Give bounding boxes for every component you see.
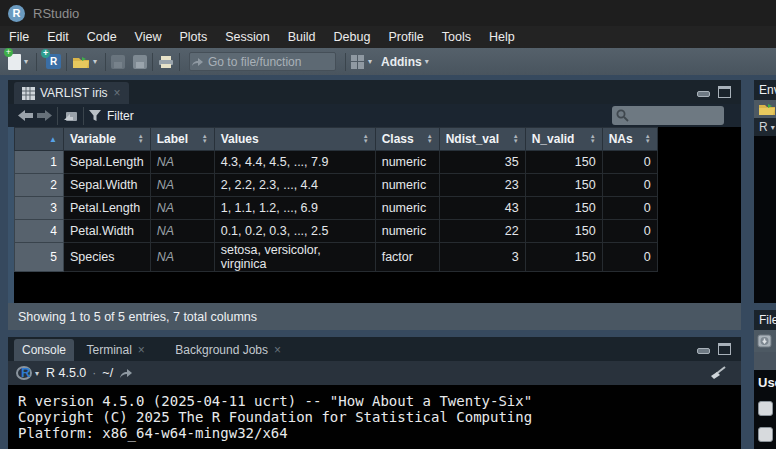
table-row[interactable]: 1 Sepal.Length NA 4.3, 4.4, 4.5, ..., 7.… — [15, 151, 658, 174]
addins-caret-icon[interactable]: ▾ — [425, 57, 429, 66]
menu-tools[interactable]: Tools — [433, 26, 480, 48]
tab-terminal[interactable]: Terminal × — [78, 339, 152, 361]
open-file-caret-icon[interactable]: ▾ — [93, 57, 97, 66]
viewer-tab-close-icon[interactable]: × — [114, 86, 121, 100]
print-icon[interactable] — [158, 52, 174, 72]
cell-class: factor — [375, 243, 439, 272]
r-version-caret-icon[interactable]: ▾ — [35, 369, 39, 378]
new-file-caret-icon[interactable]: ▾ — [24, 57, 28, 66]
tab-environment[interactable]: Environment — [754, 83, 776, 97]
import-dataset-folder-icon[interactable] — [758, 102, 776, 116]
minimize-pane-icon[interactable] — [697, 91, 710, 97]
header-nas[interactable]: NAs▲▼ — [602, 128, 657, 151]
table-row[interactable]: 2 Sepal.Width NA 2, 2.2, 2.3, ..., 4.4 n… — [15, 174, 658, 197]
cell-variable: Species — [64, 243, 151, 272]
new-project-icon[interactable]: R — [42, 52, 61, 72]
environment-r-selector[interactable]: R ▾ — [754, 118, 776, 136]
tab-varlist-iris[interactable]: VARLIST iris × — [14, 82, 129, 104]
clear-console-broom-icon[interactable] — [709, 366, 727, 380]
filter-button[interactable]: Filter — [107, 109, 134, 123]
menu-debug[interactable]: Debug — [325, 26, 380, 48]
menu-edit[interactable]: Edit — [38, 26, 78, 48]
terminal-tab-close-icon[interactable]: × — [138, 343, 145, 357]
cell-nvalid: 150 — [525, 151, 602, 174]
files-tab-strip: Files — [754, 310, 776, 330]
table-row[interactable]: 4 Petal.Width NA 0.1, 0.2, 0.3, ..., 2.5… — [15, 220, 658, 243]
background-jobs-tab-label: Background Jobs — [175, 343, 268, 357]
files-content: Users — [754, 370, 776, 449]
cell-variable: Sepal.Width — [64, 174, 151, 197]
menu-session[interactable]: Session — [216, 26, 278, 48]
files-path-breadcrumb[interactable]: Users — [758, 375, 776, 390]
tab-console[interactable]: Console — [14, 339, 74, 361]
viewer-search-input[interactable] — [612, 106, 724, 125]
menu-view[interactable]: View — [126, 26, 171, 48]
back-arrow-icon[interactable] — [18, 106, 33, 126]
cell-class: numeric — [375, 197, 439, 220]
maximize-pane-icon[interactable] — [718, 343, 731, 355]
tab-files[interactable]: Files — [754, 313, 776, 327]
header-rownum[interactable]: ▲ — [15, 128, 64, 151]
main-toolbar: ▾ R ▾ Go to file/function ▾ Addins ▾ — [0, 48, 776, 75]
viewer-table-area: ▲ Variable▲▼ Label▲▼ Values▲▼ Class▲▼ Nd… — [8, 127, 741, 303]
addins-button[interactable]: Addins — [381, 55, 422, 69]
sort-icons: ▲▼ — [513, 134, 519, 144]
minimize-pane-icon[interactable] — [697, 348, 710, 354]
save-icon[interactable] — [111, 52, 125, 72]
sort-icons: ▲▼ — [202, 134, 208, 144]
forward-arrow-icon[interactable] — [37, 106, 52, 126]
background-jobs-tab-close-icon[interactable]: × — [274, 343, 281, 357]
tab-background-jobs[interactable]: Background Jobs × — [167, 339, 289, 361]
menu-build[interactable]: Build — [279, 26, 325, 48]
panes-layout-caret-icon[interactable]: ▾ — [368, 57, 372, 66]
cell-class: numeric — [375, 174, 439, 197]
cell-class: numeric — [375, 220, 439, 243]
cell-nvalid: 150 — [525, 174, 602, 197]
cell-label: NA — [150, 151, 214, 174]
save-all-icon[interactable] — [133, 52, 147, 72]
goto-file-function-input[interactable]: Go to file/function — [189, 52, 336, 71]
cell-ndist: 22 — [439, 220, 525, 243]
cell-values: 4.3, 4.4, 4.5, ..., 7.9 — [214, 151, 375, 174]
open-in-new-window-icon[interactable] — [63, 106, 78, 126]
maximize-pane-icon[interactable] — [718, 86, 731, 98]
environment-toolbar — [754, 100, 776, 118]
cell-values: setosa, versicolor, virginica — [214, 243, 375, 272]
cell-nvalid: 150 — [525, 220, 602, 243]
cell-ndist: 43 — [439, 197, 525, 220]
cell-variable: Petal.Width — [64, 220, 151, 243]
toolbar-separator — [345, 53, 346, 71]
new-file-icon[interactable] — [0, 52, 21, 72]
goto-arrow-icon — [190, 56, 204, 68]
menu-file[interactable]: File — [0, 26, 38, 48]
header-values[interactable]: Values▲▼ — [214, 128, 375, 151]
menu-help[interactable]: Help — [480, 26, 524, 48]
menu-profile[interactable]: Profile — [379, 26, 432, 48]
menu-code[interactable]: Code — [78, 26, 126, 48]
cell-values: 2, 2.2, 2.3, ..., 4.4 — [214, 174, 375, 197]
header-variable[interactable]: Variable▲▼ — [64, 128, 151, 151]
viewer-tab-label: VARLIST iris — [40, 86, 108, 100]
sort-icons: ▲▼ — [363, 134, 369, 144]
table-row[interactable]: 5 Species NA setosa, versicolor, virgini… — [15, 243, 658, 272]
viewer-toolbar-separator — [57, 107, 58, 125]
file-checkbox[interactable] — [758, 401, 773, 416]
cell-ndist: 3 — [439, 243, 525, 272]
header-class[interactable]: Class▲▼ — [375, 128, 439, 151]
header-ndist-val[interactable]: Ndist_val▲▼ — [439, 128, 525, 151]
console-output[interactable]: R version 4.5.0 (2025-04-11 ucrt) -- "Ho… — [8, 385, 741, 449]
table-row[interactable]: 3 Petal.Length NA 1, 1.1, 1.2, ..., 6.9 … — [15, 197, 658, 220]
cell-variable: Petal.Length — [64, 197, 151, 220]
header-label[interactable]: Label▲▼ — [150, 128, 214, 151]
sort-ascending-icon: ▲ — [49, 135, 57, 144]
file-checkbox[interactable] — [758, 427, 773, 442]
goto-directory-icon[interactable] — [118, 367, 133, 379]
cell-ndist: 35 — [439, 151, 525, 174]
open-file-icon[interactable] — [72, 52, 90, 72]
r-version-label: R 4.5.0 — [46, 366, 86, 380]
new-file-box-icon[interactable] — [757, 333, 773, 349]
header-n-valid[interactable]: N_valid▲▼ — [525, 128, 602, 151]
menu-plots[interactable]: Plots — [170, 26, 216, 48]
panes-layout-icon[interactable] — [351, 52, 365, 72]
terminal-tab-label: Terminal — [86, 343, 131, 357]
